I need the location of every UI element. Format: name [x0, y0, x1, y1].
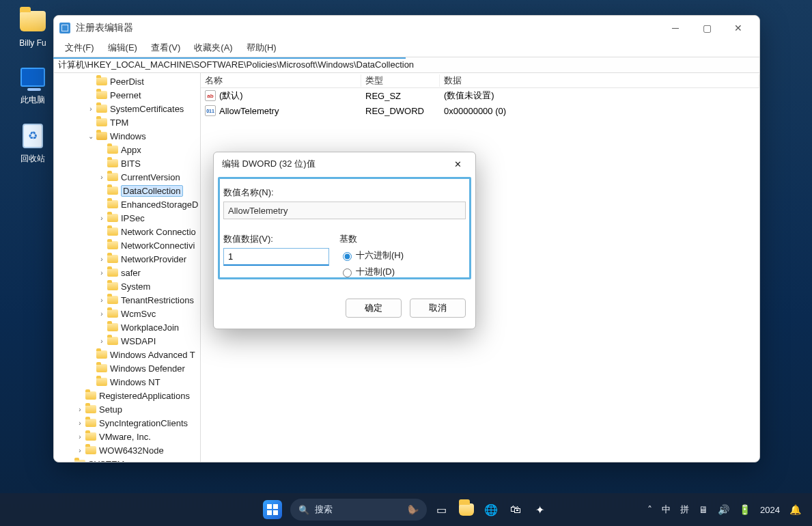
value-name-label: 数值名称(N):	[223, 186, 466, 199]
radio-dec[interactable]: 十进制(D)	[339, 266, 466, 278]
registry-tree[interactable]: PeerDistPeernet›SystemCertificatesTPM⌄Wi…	[54, 73, 201, 462]
value-name-field[interactable]	[223, 202, 466, 219]
tree-item[interactable]: NetworkConnectivi	[54, 238, 200, 252]
tree-item[interactable]: ›IPSec	[54, 211, 200, 225]
expand-icon[interactable]: ›	[98, 337, 106, 345]
expand-icon[interactable]: ›	[76, 447, 84, 454]
dialog-close-button[interactable]: ✕	[448, 154, 467, 174]
search-icon: 🔍	[298, 505, 309, 515]
desktop-icon-label: Billy Fu	[8, 38, 57, 48]
tree-item[interactable]: ›SystemCertificates	[54, 102, 200, 115]
tree-item[interactable]: ›safer	[54, 266, 200, 279]
tree-item[interactable]: ›WSDAPI	[54, 334, 200, 348]
ime-indicator-1[interactable]: 中	[662, 503, 671, 516]
tray-chevron-up-icon[interactable]: ˄	[647, 504, 652, 515]
tree-item[interactable]: PeerDist	[54, 74, 200, 88]
expand-icon[interactable]: ›	[76, 419, 84, 427]
tree-item[interactable]: ›VMware, Inc.	[54, 430, 200, 443]
explorer-button[interactable]	[457, 500, 476, 519]
value-row[interactable]: ab(默认)REG_SZ(数值未设置)	[201, 88, 759, 103]
expand-icon[interactable]: ›	[98, 174, 106, 181]
close-button[interactable]: ✕	[723, 18, 754, 38]
computer-icon	[20, 68, 45, 87]
value-data-field[interactable]	[223, 248, 329, 266]
tree-item[interactable]: TPM	[54, 115, 200, 129]
tree-item[interactable]: Windows Defender	[54, 361, 200, 375]
expand-icon[interactable]: ›	[87, 105, 95, 113]
edge-button[interactable]: 🌐	[481, 500, 501, 519]
expand-icon[interactable]: ›	[76, 433, 84, 441]
network-icon[interactable]: 🖥	[699, 504, 708, 515]
menu-help[interactable]: 帮助(H)	[240, 40, 283, 57]
tree-item[interactable]: ›TenantRestrictions	[54, 293, 200, 307]
tree-item[interactable]: ⌄Windows	[54, 129, 200, 143]
tree-item[interactable]: Windows Advanced T	[54, 348, 200, 361]
tree-item[interactable]: DataCollection	[54, 184, 200, 197]
tree-item[interactable]: ›CurrentVersion	[54, 170, 200, 184]
col-header-data[interactable]: 数据	[440, 74, 759, 87]
start-button[interactable]	[263, 500, 282, 519]
tree-item[interactable]: ›Setup	[54, 402, 200, 416]
taskview-button[interactable]: ▭	[432, 500, 451, 519]
tree-item-label: BITS	[121, 158, 141, 169]
ok-button[interactable]: 确定	[346, 299, 402, 318]
tree-item[interactable]: ›WOW6432Node	[54, 443, 200, 457]
expand-icon[interactable]: ›	[98, 214, 106, 222]
tree-item[interactable]: ›WcmSvc	[54, 307, 200, 320]
minimize-button[interactable]: ─	[660, 18, 691, 38]
tree-item[interactable]: WorkplaceJoin	[54, 320, 200, 334]
tree-item[interactable]: RegisteredApplications	[54, 389, 200, 402]
expand-icon[interactable]: ›	[76, 406, 84, 413]
expand-icon[interactable]: ›	[98, 269, 106, 277]
clock-year[interactable]: 2024	[760, 505, 780, 515]
store-button[interactable]: 🛍	[506, 500, 525, 519]
tree-item[interactable]: ›NetworkProvider	[54, 252, 200, 266]
menu-edit[interactable]: 编辑(E)	[101, 40, 144, 57]
desktop-this-pc[interactable]: 此电脑	[8, 63, 57, 106]
tree-item[interactable]: Appx	[54, 143, 200, 156]
folder-icon	[107, 200, 118, 208]
expand-icon[interactable]: ›	[98, 255, 106, 263]
folder-icon	[96, 118, 107, 126]
highlight-underline	[53, 57, 406, 59]
radio-dec-input[interactable]	[343, 268, 352, 277]
expand-icon[interactable]: ›	[98, 310, 106, 318]
taskbar-search[interactable]: 🔍 搜索 🦫	[290, 499, 427, 521]
col-header-type[interactable]: 类型	[361, 74, 440, 87]
tree-item-label: VMware, Inc.	[99, 432, 151, 442]
desktop-recycle-bin[interactable]: 回收站	[8, 122, 57, 165]
tree-item-label: Network Connectio	[121, 227, 196, 237]
tree-item[interactable]: ›SyncIntegrationClients	[54, 416, 200, 430]
radio-hex-input[interactable]	[343, 252, 352, 261]
cancel-button[interactable]: 取消	[410, 299, 466, 318]
address-bar[interactable]: 计算机\HKEY_LOCAL_MACHINE\SOFTWARE\Policies…	[54, 57, 759, 73]
app-button[interactable]: ✦	[531, 500, 550, 519]
tree-item[interactable]: Windows NT	[54, 375, 200, 389]
battery-icon[interactable]: 🔋	[739, 504, 751, 515]
tree-item[interactable]: Network Connectio	[54, 225, 200, 238]
volume-icon[interactable]: 🔊	[718, 504, 729, 515]
expand-icon[interactable]: ›	[65, 460, 73, 462]
maximize-button[interactable]: ▢	[691, 18, 723, 38]
notifications-icon[interactable]: 🔔	[789, 504, 801, 515]
folder-icon	[96, 378, 107, 386]
menu-view[interactable]: 查看(V)	[144, 40, 187, 57]
tree-item[interactable]: BITS	[54, 156, 200, 170]
expand-icon[interactable]: ⌄	[87, 133, 95, 140]
tree-item[interactable]: System	[54, 279, 200, 293]
expand-icon[interactable]: ›	[98, 296, 106, 304]
ime-indicator-2[interactable]: 拼	[680, 503, 689, 516]
dialog-title: 编辑 DWORD (32 位)值	[222, 158, 316, 170]
tree-item[interactable]: EnhancedStorageD	[54, 197, 200, 211]
tree-item[interactable]: Peernet	[54, 88, 200, 102]
tree-item[interactable]: ›SYSTEM	[54, 457, 200, 462]
col-header-name[interactable]: 名称	[201, 74, 361, 87]
folder-icon	[107, 227, 118, 236]
menu-favorites[interactable]: 收藏夹(A)	[187, 40, 239, 57]
value-row[interactable]: 011AllowTelemetryREG_DWORD0x00000000 (0)	[201, 103, 759, 118]
desktop-user-folder[interactable]: Billy Fu	[8, 7, 57, 48]
menu-file[interactable]: 文件(F)	[58, 40, 101, 57]
folder-icon	[96, 91, 107, 99]
titlebar[interactable]: 注册表编辑器 ─ ▢ ✕	[54, 16, 759, 40]
radio-hex[interactable]: 十六进制(H)	[339, 249, 466, 262]
